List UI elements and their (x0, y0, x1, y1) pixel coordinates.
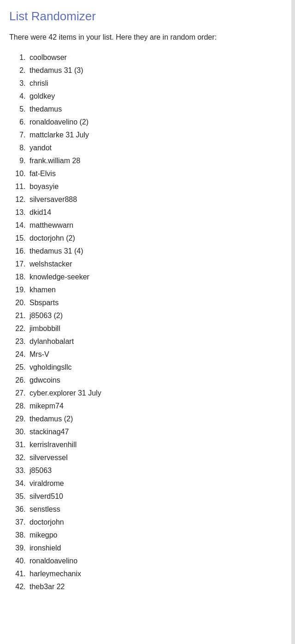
list-item: doctorjohn (28, 516, 286, 529)
list-item: doctorjohn (2) (28, 232, 286, 245)
list-item: welshstacker (28, 258, 286, 271)
list-item: harleymechanix (28, 567, 286, 580)
list-item: j85063 (2) (28, 309, 286, 322)
list-item: silvervessel (28, 451, 286, 464)
list-item: coolbowser (28, 51, 286, 64)
list-item: Sbsparts (28, 296, 286, 309)
list-item: matthewwarn (28, 219, 286, 232)
list-item: cyber.explorer 31 July (28, 387, 286, 400)
list-item: stackinag47 (28, 425, 286, 438)
list-item: mikepm74 (28, 400, 286, 413)
list-item: gdwcoins (28, 374, 286, 387)
list-item: thedamus (28, 103, 286, 116)
list-item: khamen (28, 284, 286, 296)
list-item: vgholdingsllc (28, 361, 286, 374)
list-item: theb3ar 22 (28, 580, 286, 593)
list-item: senstless (28, 503, 286, 516)
list-item: thedamus (2) (28, 413, 286, 425)
intro-text: There were 42 items in your list. Here t… (9, 32, 286, 43)
list-item: kerrislravenhill (28, 438, 286, 451)
list-item: chrisli (28, 77, 286, 90)
list-item: goldkey (28, 90, 286, 103)
list-item: silversaver888 (28, 193, 286, 206)
list-item: mattclarke 31 July (28, 129, 286, 142)
scrollbar[interactable] (291, 0, 295, 644)
list-item: silverd510 (28, 490, 286, 503)
list-item: Mrs-V (28, 348, 286, 361)
list-item: ronaldoavelino (28, 555, 286, 567)
list-item: ironshield (28, 542, 286, 555)
list-item: dylanhobalart (28, 335, 286, 348)
list-item: ronaldoavelino (2) (28, 116, 286, 129)
list-item: frank.william 28 (28, 154, 286, 167)
list-item: thedamus 31 (3) (28, 64, 286, 77)
list-item: thedamus 31 (4) (28, 245, 286, 258)
list-item: mikegpo (28, 529, 286, 542)
list-item: jimbobbill (28, 322, 286, 335)
randomized-list: coolbowserthedamus 31 (3)chrisligoldkeyt… (9, 51, 286, 593)
list-item: j85063 (28, 464, 286, 477)
list-item: knowledge-seeker (28, 271, 286, 284)
list-item: boyasyie (28, 180, 286, 193)
list-item: yandot (28, 142, 286, 154)
list-item: fat-Elvis (28, 167, 286, 180)
list-item: dkid14 (28, 206, 286, 219)
list-item: viraldrome (28, 477, 286, 490)
page-title: List Randomizer (9, 9, 286, 24)
